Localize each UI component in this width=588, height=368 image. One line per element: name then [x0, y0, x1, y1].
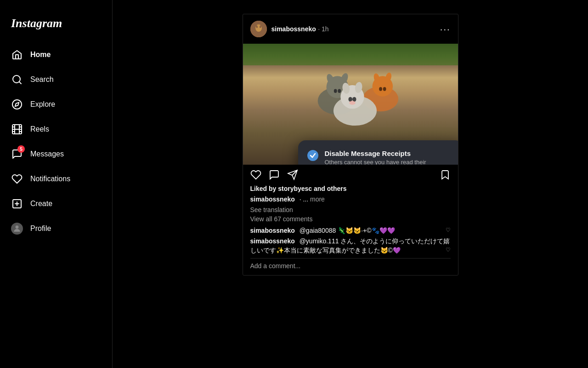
svg-line-1 — [19, 82, 21, 84]
caption-username[interactable]: simabossneko — [250, 196, 295, 203]
svg-marker-3 — [15, 103, 19, 106]
notifications-icon — [11, 173, 23, 185]
share-button[interactable] — [287, 169, 298, 180]
sidebar-item-search[interactable]: Search — [6, 68, 107, 91]
post-more-button[interactable]: ··· — [440, 24, 451, 34]
reels-icon — [11, 123, 23, 135]
comment-item: simabossneko @yumiko.111 さん、そのように仰っていただけ… — [250, 237, 451, 255]
liked-by: Liked by storybyesc and others — [250, 185, 451, 192]
comment-heart-icon[interactable]: ♡ — [446, 226, 451, 234]
svg-point-25 — [338, 89, 341, 93]
search-icon — [11, 74, 23, 86]
caption-dots: · ... — [300, 196, 308, 203]
post-image: Disable Message Receipts Others cannot s… — [243, 44, 458, 165]
sidebar-item-home[interactable]: Home — [6, 43, 107, 66]
see-translation[interactable]: See translation — [250, 206, 451, 213]
post-header: simabossneko · 1h ··· — [243, 14, 458, 44]
svg-point-24 — [334, 89, 337, 93]
sidebar-label-messages: Messages — [30, 150, 64, 158]
feed-container: simabossneko · 1h ··· — [243, 14, 458, 354]
sidebar-label-profile: Profile — [30, 224, 51, 233]
comment-text: @gaia80088 🦎🐱🐱·+©🐾💜💜 — [300, 227, 395, 234]
options-popup: Disable Message Receipts Others cannot s… — [298, 140, 458, 165]
app-logo[interactable]: Instagram — [6, 9, 107, 43]
popup-receipts-title: Disable Message Receipts — [325, 150, 453, 157]
create-icon — [11, 198, 23, 210]
post-avatar[interactable] — [250, 21, 267, 37]
caption-more[interactable]: more — [310, 196, 325, 203]
sidebar-item-create[interactable]: Create — [6, 192, 107, 215]
add-comment[interactable]: Add a comment... — [250, 258, 451, 270]
comment-username-2[interactable]: simabossneko — [250, 237, 295, 245]
home-icon — [11, 49, 23, 61]
post-header-left: simabossneko · 1h — [250, 21, 329, 37]
sidebar: Instagram Home Search — [0, 0, 113, 368]
sidebar-label-create: Create — [30, 200, 52, 208]
sidebar-item-messages[interactable]: Messages 5 — [6, 143, 107, 166]
svg-point-15 — [16, 225, 19, 229]
like-button[interactable] — [250, 169, 261, 180]
sidebar-item-profile[interactable]: Profile — [6, 217, 107, 240]
svg-point-2 — [12, 100, 22, 109]
svg-point-38 — [349, 101, 356, 105]
post-actions — [243, 165, 458, 183]
sidebar-label-explore: Explore — [30, 100, 55, 109]
sidebar-label-search: Search — [30, 75, 54, 84]
main-feed: simabossneko · 1h ··· — [113, 0, 588, 368]
sidebar-item-notifications[interactable]: Notifications — [6, 167, 107, 190]
comment-username[interactable]: simabossneko — [250, 227, 295, 234]
svg-point-30 — [379, 87, 382, 91]
post-caption: simabossneko · ... more — [250, 195, 451, 204]
sidebar-label-reels: Reels — [30, 125, 49, 133]
view-all-comments[interactable]: View all 67 comments — [250, 215, 451, 223]
liked-by-user[interactable]: storybyesc — [278, 185, 312, 192]
post-info: Liked by storybyesc and others simabossn… — [243, 183, 458, 275]
post-actions-left — [250, 169, 298, 180]
comment-button[interactable] — [269, 169, 280, 180]
sidebar-item-explore[interactable]: Explore — [6, 93, 107, 116]
sidebar-item-reels[interactable]: Reels — [6, 118, 107, 141]
popup-receipts-text: Disable Message Receipts Others cannot s… — [325, 150, 453, 165]
sidebar-label-notifications: Notifications — [30, 175, 70, 183]
check-receipts-icon[interactable] — [307, 150, 318, 161]
explore-icon — [11, 98, 23, 110]
popup-item-receipts: Disable Message Receipts Others cannot s… — [307, 150, 453, 165]
profile-avatar — [11, 223, 23, 235]
post: simabossneko · 1h ··· — [243, 14, 458, 276]
post-user-info: simabossneko · 1h — [271, 25, 329, 33]
sidebar-label-home: Home — [30, 51, 51, 59]
comment-item: simabossneko @gaia80088 🦎🐱🐱·+©🐾💜💜 ♡ — [250, 226, 451, 236]
save-button[interactable] — [440, 169, 451, 180]
comment-heart-icon-2[interactable]: ♡ — [446, 246, 451, 254]
post-time: · 1h — [318, 25, 328, 33]
svg-point-31 — [383, 87, 386, 91]
messages-badge: 5 — [17, 145, 25, 153]
popup-receipts-desc: Others cannot see you have read their me… — [325, 159, 453, 165]
post-username[interactable]: simabossneko — [271, 25, 316, 33]
liked-by-others[interactable]: others — [327, 185, 347, 192]
sidebar-nav: Home Search Explore — [6, 43, 107, 240]
